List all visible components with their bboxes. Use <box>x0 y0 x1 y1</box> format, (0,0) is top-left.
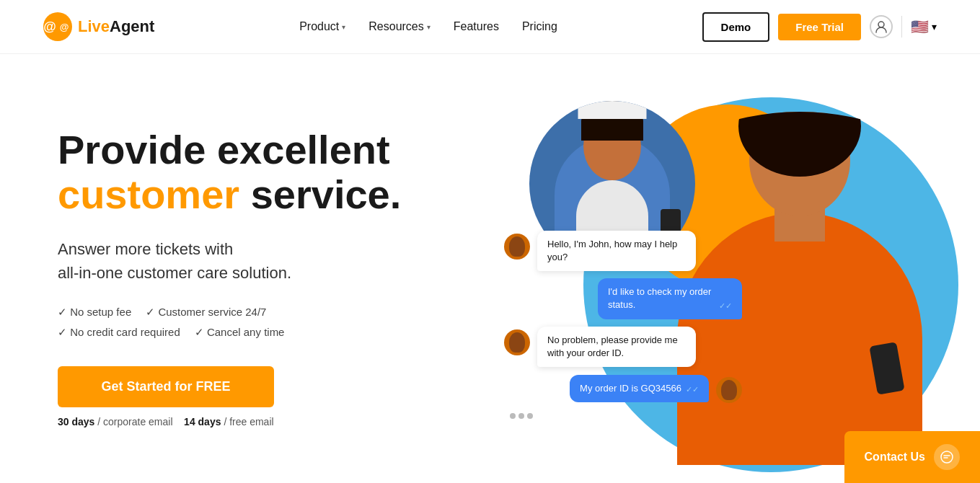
chat-message-1: Hello, I'm John, how may I help you? <box>504 231 749 271</box>
chat-message-2: I'd like to check my order status. ✓✓ <box>504 278 749 319</box>
logo-text: LiveAgent <box>78 17 154 36</box>
contact-us-label: Contact Us <box>865 451 925 464</box>
svg-point-2 <box>878 22 884 27</box>
chevron-down-icon: ▾ <box>342 23 345 31</box>
nav-resources[interactable]: Resources ▾ <box>368 20 430 33</box>
hero-illustration: Hello, I'm John, how may I help you? I'd… <box>490 90 937 465</box>
navbar: @ LiveAgent Product ▾ Resources ▾ Featur… <box>0 0 980 54</box>
get-started-button[interactable]: Get Started for FREE <box>58 366 274 407</box>
hero-title: Provide excellent customer service. <box>58 128 401 216</box>
chat-message-3: No problem, please provide me with your … <box>504 327 749 367</box>
chevron-down-icon: ▾ <box>932 21 937 32</box>
hero-section: Provide excellent customer service. Answ… <box>0 54 980 472</box>
avatar-john <box>504 234 530 260</box>
chat-bubbles: Hello, I'm John, how may I help you? I'd… <box>504 231 749 422</box>
chat-message-4: My order ID is GQ34566 ✓✓ <box>504 374 749 403</box>
contact-us-button[interactable]: Contact Us <box>844 431 980 472</box>
chevron-down-icon: ▾ <box>427 23 431 31</box>
logo[interactable]: @ LiveAgent <box>43 12 154 41</box>
dot-1 <box>510 413 516 419</box>
dot-3 <box>527 413 533 419</box>
logo-icon: @ <box>43 12 72 41</box>
user-account-icon[interactable] <box>870 15 893 38</box>
free-trial-button[interactable]: Free Trial <box>778 14 861 40</box>
hero-subtitle: Answer more tickets with all-in-one cust… <box>58 237 401 285</box>
hero-features: ✓ No setup fee✓ Customer service 24/7 ✓ … <box>58 302 401 343</box>
nav-links: Product ▾ Resources ▾ Features Pricing <box>299 20 557 33</box>
svg-point-3 <box>941 451 953 463</box>
bubble-white-1: Hello, I'm John, how may I help you? <box>537 231 696 271</box>
trial-info: 30 days / corporate email 14 days / free… <box>58 416 401 427</box>
contact-chat-icon <box>934 444 960 470</box>
svg-text:@: @ <box>59 22 69 32</box>
chat-typing-dots <box>504 410 749 422</box>
hero-content: Provide excellent customer service. Answ… <box>58 128 401 427</box>
bubble-blue-1: I'd like to check my order status. ✓✓ <box>598 278 742 319</box>
nav-features[interactable]: Features <box>454 20 499 33</box>
demo-button[interactable]: Demo <box>702 12 770 42</box>
avatar-john-2 <box>504 329 530 355</box>
bubble-blue-2: My order ID is GQ34566 ✓✓ <box>570 375 709 402</box>
dot-2 <box>518 413 524 419</box>
nav-product[interactable]: Product ▾ <box>299 20 345 33</box>
avatar-user <box>716 377 742 403</box>
nav-pricing[interactable]: Pricing <box>522 20 557 33</box>
language-selector[interactable]: 🇺🇸 ▾ <box>911 18 937 35</box>
bubble-white-2: No problem, please provide me with your … <box>537 327 696 367</box>
nav-actions: Demo Free Trial 🇺🇸 ▾ <box>702 12 937 42</box>
nav-divider <box>901 16 902 37</box>
